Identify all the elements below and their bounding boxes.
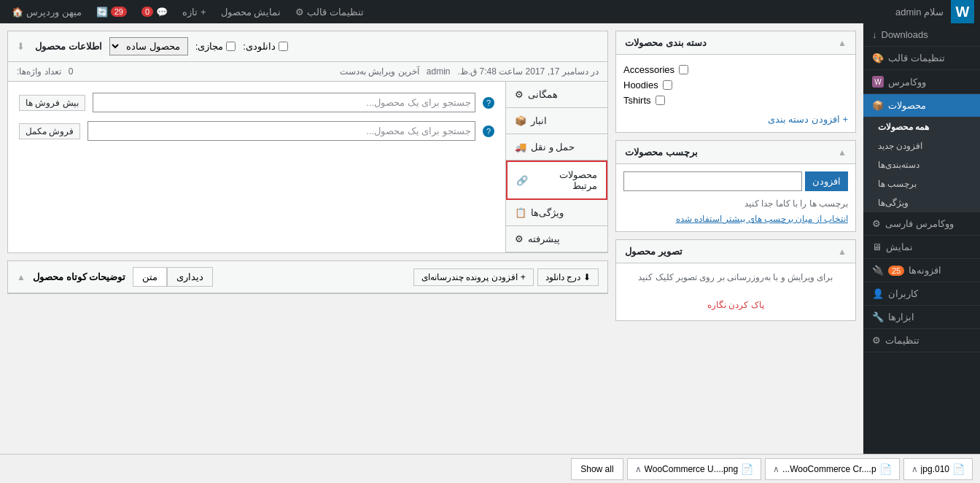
attributes-label: ویژگی‌ها xyxy=(878,198,909,208)
tags-content: افزودن برچسب ها را با کاما جدا کنید انتخ… xyxy=(616,164,855,231)
linked-products-content: ? بیش فروش ها ? فروش xyxy=(8,82,505,252)
sidebar-item-downloads[interactable]: Downloads ↓ xyxy=(863,23,980,47)
woo-persian-icon: ⚙ xyxy=(872,218,881,229)
tshirts-checkbox[interactable] xyxy=(656,96,665,105)
submenu-categories[interactable]: دسته‌بندی‌ها xyxy=(863,155,980,174)
sidebar-item-products[interactable]: محصولات 📦 xyxy=(863,94,980,117)
upsells-help-icon[interactable]: ? xyxy=(483,97,494,109)
categories-content: Accessories Hoodies Tshirts xyxy=(616,55,855,132)
show-all-button[interactable]: Show all xyxy=(571,458,623,480)
download-item-2[interactable]: 📄 WooCommerce Cr....p... ∧ xyxy=(765,458,900,480)
tab-shipping[interactable]: حمل و نقل 🚚 xyxy=(506,134,607,161)
advanced-label: پیشرفته xyxy=(528,233,560,244)
virtual-checkbox[interactable] xyxy=(226,42,236,51)
sidebar-item-settings[interactable]: تنظیمات ⚙ xyxy=(863,329,980,352)
upsells-row: ? بیش فروش ها xyxy=(19,93,494,112)
hoodies-checkbox[interactable] xyxy=(663,80,672,90)
tags-popular-link[interactable]: انتخاب از میان برچسب های بیشتر استفاده ش… xyxy=(623,214,848,224)
admin-bar: W سلام admin تنظیمات قالب ⚙ نمایش محصول … xyxy=(0,0,980,23)
categories-list: Accessories Hoodies Tshirts xyxy=(623,62,848,108)
users-label: کاربران xyxy=(888,288,918,299)
right-column: دانلودی: مجازی: محصول ساده اطلاعات محصول… xyxy=(7,31,608,321)
products-submenu: همه محصولات افزودن جدید دسته‌بندی‌ها برچ… xyxy=(863,117,980,212)
plugins-label: افزونه‌ها xyxy=(909,265,941,276)
new-item-bar[interactable]: + تازه xyxy=(176,0,212,23)
tab-text[interactable]: متن xyxy=(133,267,167,287)
tab-general[interactable]: همگانی ⚙ xyxy=(506,82,607,108)
tags-header[interactable]: ▲ برچسب محصولات xyxy=(616,141,855,164)
crosssells-input[interactable] xyxy=(88,121,475,141)
submenu-attributes[interactable]: ویژگی‌ها xyxy=(863,193,980,212)
plugins-badge: 25 xyxy=(888,266,904,276)
tags-add-button[interactable]: افزودن xyxy=(805,171,848,191)
tab-attributes[interactable]: ویژگی‌ها 📋 xyxy=(506,200,607,226)
sidebar-item-users[interactable]: کاربران 👤 xyxy=(863,282,980,306)
add-media-icon: + xyxy=(521,272,526,282)
sidebar-item-theme-settings[interactable]: تنظیمات قالب 🎨 xyxy=(863,47,980,70)
submenu-tags[interactable]: برچسب ها xyxy=(863,174,980,193)
remove-image-link[interactable]: پاک کردن نگاره xyxy=(707,300,764,310)
submenu-add-new[interactable]: افزودن جدید xyxy=(863,136,980,155)
comments-bar[interactable]: 💬 0 xyxy=(136,0,174,23)
submenu-all-products[interactable]: همه محصولات xyxy=(863,117,980,136)
home-bar[interactable]: میهن وردپرس 🏠 xyxy=(6,0,88,23)
products-icon: 📦 xyxy=(872,100,884,111)
sidebar-item-plugins[interactable]: افزونه‌ها 25 🔌 xyxy=(863,259,980,282)
hoodies-label: Hoodies xyxy=(623,80,658,90)
tags-label: برچسب ها xyxy=(878,179,917,189)
tshirts-label: Tshirts xyxy=(623,95,651,106)
editor-tabs: دیداری متن xyxy=(133,267,213,287)
crosssells-badge: فروش مکمل xyxy=(19,123,80,139)
downloads-label: Downloads xyxy=(882,29,928,40)
linked-icon: 🔗 xyxy=(516,175,528,186)
shipping-icon: 🚚 xyxy=(515,142,526,152)
wp-logo[interactable]: W xyxy=(951,0,974,23)
site-name[interactable]: سلام admin xyxy=(890,0,949,23)
sidebar-item-appearance[interactable]: نمایش 🖥 xyxy=(863,236,980,259)
tags-title: برچسب محصولات xyxy=(625,147,698,158)
insert-download-btn[interactable]: ⬇ درج دانلود xyxy=(537,268,599,286)
crosssells-help-icon[interactable]: ? xyxy=(483,125,494,137)
categories-header[interactable]: ▲ دسته بندی محصولات xyxy=(616,31,855,55)
categories-scroll[interactable]: Accessories Hoodies Tshirts xyxy=(623,62,848,108)
tab-inventory[interactable]: انبار 📦 xyxy=(506,108,607,134)
tab-visual[interactable]: دیداری xyxy=(167,267,213,287)
woo-label: ووکامرس xyxy=(888,77,926,88)
updates-bar[interactable]: 29 🔄 xyxy=(90,0,133,23)
theme-settings-bar[interactable]: تنظیمات قالب ⚙ xyxy=(289,0,370,23)
add-media-btn[interactable]: + افزودن پرونده چندرسانه‌ای xyxy=(413,268,534,286)
image-toggle[interactable]: ▲ xyxy=(838,247,847,257)
tags-input[interactable] xyxy=(623,171,802,191)
view-product-bar[interactable]: نمایش محصول xyxy=(215,0,287,23)
product-type-select[interactable]: محصول ساده xyxy=(109,37,188,55)
sidebar-item-woo-persian[interactable]: ووکامرس فارسی ⚙ xyxy=(863,212,980,236)
tags-toggle[interactable]: ▲ xyxy=(838,147,847,158)
theme-settings-label: تنظیمات قالب xyxy=(307,7,364,18)
product-image-header[interactable]: ▲ تصویر محصول xyxy=(616,240,855,263)
inventory-icon: 📦 xyxy=(515,115,526,126)
virtual-group: مجازی: xyxy=(195,41,236,52)
shipping-label: حمل و نقل xyxy=(531,142,575,152)
downloadable-checkbox[interactable] xyxy=(279,42,288,51)
upsells-input[interactable] xyxy=(93,93,475,112)
short-description-panel: ⬇ درج دانلود + افزودن پرونده چندرسانه‌ای… xyxy=(7,260,608,294)
short-desc-toggle[interactable]: ▲ xyxy=(17,272,26,282)
tab-advanced[interactable]: پیشرفته ⚙ xyxy=(506,226,607,252)
categories-toggle[interactable]: ▲ xyxy=(838,38,847,48)
content-area: ▲ دسته بندی محصولات Accessories xyxy=(0,23,863,328)
file-name-3: WooCommerce U....png xyxy=(645,464,739,474)
sidebar-item-woocommerce[interactable]: ووکامرس W xyxy=(863,70,980,94)
download-item-3[interactable]: 📄 WooCommerce U....png ∧ xyxy=(627,458,762,480)
file-icon-3: 📄 xyxy=(741,463,753,475)
last-modified-text: در دسامبر 17, 2017 ساعت 7:48 ق.ظ. admin … xyxy=(340,66,599,77)
sidebar-item-tools[interactable]: ابزارها 🔧 xyxy=(863,306,980,329)
comments-badge: 0 xyxy=(141,7,153,17)
adminbar-right: W سلام admin xyxy=(890,0,974,23)
products-label: محصولات xyxy=(888,100,926,111)
add-new-label: افزودن جدید xyxy=(878,141,922,151)
product-image-desc: برای ویرایش و با به‌روزرسانی بر روی تصوی… xyxy=(623,271,848,285)
download-item-1[interactable]: 📄 010.jpg ∧ xyxy=(903,458,973,480)
accessories-checkbox[interactable] xyxy=(679,65,688,74)
add-category-link[interactable]: + افزودن دسته بندی xyxy=(768,114,848,125)
tab-linked-products[interactable]: محصولات مرتبط 🔗 xyxy=(506,161,607,200)
